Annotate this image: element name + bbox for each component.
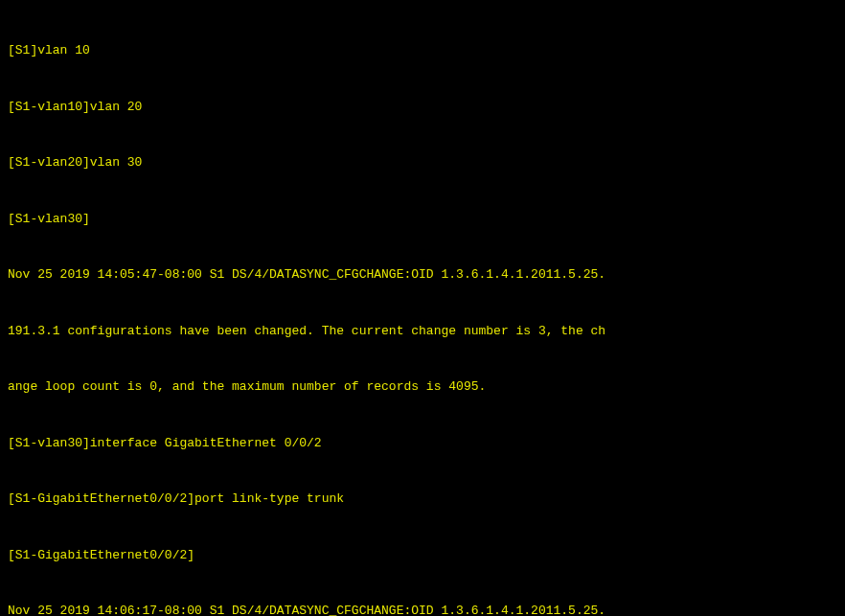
terminal-line: [S1-vlan30]interface GigabitEthernet 0/0…: [8, 434, 837, 453]
terminal-line: [S1-GigabitEthernet0/0/2]port link-type …: [8, 490, 837, 509]
terminal-line: 191.3.1 configurations have been changed…: [8, 322, 837, 341]
terminal-output[interactable]: [S1]vlan 10 [S1-vlan10]vlan 20 [S1-vlan2…: [8, 4, 837, 616]
terminal-line: ange loop count is 0, and the maximum nu…: [8, 377, 837, 397]
terminal-line: [S1-vlan30]: [8, 210, 837, 229]
terminal-line: Nov 25 2019 14:05:47-08:00 S1 DS/4/DATAS…: [8, 265, 837, 285]
terminal-line: [S1-vlan10]vlan 20: [8, 98, 837, 117]
terminal-line: [S1-GigabitEthernet0/0/2]: [8, 546, 837, 565]
terminal-line: Nov 25 2019 14:06:17-08:00 S1 DS/4/DATAS…: [8, 602, 837, 616]
terminal-line: [S1]vlan 10: [8, 41, 837, 60]
terminal-line: [S1-vlan20]vlan 30: [8, 153, 837, 172]
